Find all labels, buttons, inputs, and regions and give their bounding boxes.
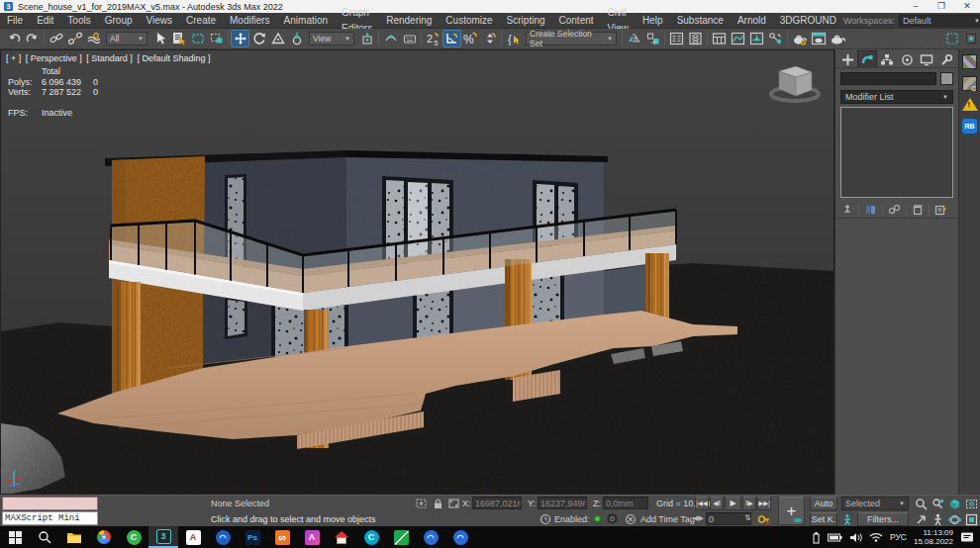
- menu-create[interactable]: Create: [179, 13, 223, 29]
- percent-snap-toggle-icon[interactable]: %: [461, 30, 480, 47]
- menu-customize[interactable]: Customize: [439, 13, 499, 29]
- render-setup-icon[interactable]: [790, 30, 809, 47]
- modify-tab[interactable]: [857, 50, 877, 68]
- previous-frame-button[interactable]: ◀‖: [710, 497, 724, 510]
- lock-selection-icon[interactable]: [433, 498, 443, 509]
- workspace-dropdown[interactable]: Default▼: [899, 15, 980, 27]
- menu-3dground[interactable]: 3DGROUND: [773, 13, 843, 29]
- speaker-icon[interactable]: [849, 532, 862, 543]
- frame-spinner[interactable]: ⇅: [744, 513, 751, 522]
- selection-filter-dropdown[interactable]: All▼: [106, 32, 147, 46]
- start-button[interactable]: [0, 526, 30, 548]
- set-keys-button[interactable]: +: [778, 497, 805, 525]
- align-icon[interactable]: [643, 30, 662, 47]
- keyframe-arrows-icon[interactable]: ◀▶: [693, 514, 704, 522]
- texture-thumbnail-c-icon[interactable]: [962, 76, 977, 91]
- show-end-result-icon[interactable]: [864, 204, 877, 216]
- menu-tools[interactable]: Tools: [60, 13, 97, 29]
- select-and-place-icon[interactable]: [287, 30, 306, 47]
- autocad-icon[interactable]: A: [178, 526, 208, 548]
- isolate-selection-toggle-icon[interactable]: [415, 498, 429, 509]
- perspective-viewport[interactable]: [ + ] [ Perspective ] [ Standard ] [ Def…: [0, 49, 834, 495]
- corona-icon[interactable]: A: [297, 526, 327, 548]
- select-and-move-icon[interactable]: [231, 30, 249, 47]
- search-button[interactable]: [30, 526, 59, 548]
- viewport-general-menu[interactable]: [ + ]: [6, 53, 21, 63]
- mirror-icon[interactable]: [625, 30, 643, 47]
- menu-views[interactable]: Views: [140, 13, 180, 29]
- menu-arnold[interactable]: Arnold: [731, 13, 773, 29]
- docked-toolbar-icon-2[interactable]: [961, 30, 980, 47]
- toggle-layer-explorer-icon[interactable]: [686, 30, 705, 47]
- add-time-tag-label[interactable]: Add Time Tag: [640, 514, 695, 524]
- reference-coordinate-system-dropdown[interactable]: View▼: [309, 32, 354, 46]
- named-selection-sets-dropdown[interactable]: Create Selection Set▼: [526, 32, 617, 46]
- go-to-end-button[interactable]: ▶▶|: [757, 497, 771, 510]
- camtasia-icon[interactable]: C: [119, 526, 148, 548]
- walkthrough-icon[interactable]: [841, 513, 854, 525]
- z-coordinate-field[interactable]: 0,0mm: [603, 497, 648, 509]
- notification-center-icon[interactable]: [960, 531, 974, 543]
- scene-3d-house-render[interactable]: [1, 50, 833, 494]
- 3ds-max-icon[interactable]: 3: [148, 526, 178, 548]
- undo-icon[interactable]: [4, 30, 23, 47]
- select-and-uniform-scale-icon[interactable]: [268, 30, 287, 47]
- viewport-style-menu[interactable]: [ Standard ]: [86, 53, 133, 63]
- maximize-viewport-toggle-icon[interactable]: [963, 511, 980, 527]
- nvidia-app-icon[interactable]: [386, 526, 416, 548]
- key-filter-icon[interactable]: [757, 513, 771, 525]
- next-frame-button[interactable]: ‖▶: [742, 497, 756, 510]
- railclone-badge-icon[interactable]: RB: [962, 119, 977, 134]
- menu-content[interactable]: Content: [552, 13, 601, 29]
- usb-icon[interactable]: [812, 531, 821, 544]
- create-tab[interactable]: [837, 50, 857, 68]
- maximize-button[interactable]: ❐: [929, 0, 954, 13]
- y-coordinate-field[interactable]: 16237,949mm: [538, 497, 587, 509]
- menu-group[interactable]: Group: [98, 13, 140, 29]
- dope-sheet-icon[interactable]: [747, 30, 766, 47]
- absolute-offset-mode-icon[interactable]: [447, 498, 460, 509]
- battery-icon[interactable]: [828, 533, 842, 542]
- menu-scripting[interactable]: Scripting: [500, 13, 552, 29]
- go-to-start-button[interactable]: |◀◀: [695, 497, 709, 510]
- photoshop-icon[interactable]: Ps: [238, 526, 267, 548]
- toggle-ribbon-icon[interactable]: [710, 30, 729, 47]
- maxscript-mini-listener-input[interactable]: [2, 497, 98, 510]
- slate-material-editor-icon[interactable]: [766, 30, 785, 47]
- angle-snap-toggle-icon[interactable]: [442, 30, 461, 47]
- zoom-icon[interactable]: [913, 496, 930, 511]
- object-name-field[interactable]: [840, 72, 936, 85]
- snaps-toggle-icon[interactable]: 25: [424, 30, 442, 47]
- time-configuration-icon[interactable]: [539, 513, 551, 525]
- redo-icon[interactable]: [23, 30, 42, 47]
- modifier-stack[interactable]: [840, 107, 953, 198]
- key-filter-dropdown[interactable]: Selected▼: [841, 497, 909, 510]
- object-color-swatch[interactable]: [940, 72, 953, 85]
- menu-edit[interactable]: Edit: [30, 13, 60, 29]
- archicad-3-icon[interactable]: ◠: [445, 526, 475, 548]
- maxscript-mini-label[interactable]: MAXScript Mini: [2, 511, 98, 525]
- x-coordinate-field[interactable]: 16987,021mm: [472, 497, 522, 509]
- cinema-icon[interactable]: C: [356, 526, 386, 548]
- chrome-icon[interactable]: [89, 526, 119, 548]
- modifier-list-dropdown[interactable]: Modifier List▼: [840, 90, 953, 104]
- make-unique-icon[interactable]: [888, 204, 901, 216]
- pin-stack-icon[interactable]: [841, 204, 853, 216]
- home-design-icon[interactable]: [327, 526, 356, 548]
- file-explorer-icon[interactable]: [59, 526, 89, 548]
- menu-modifiers[interactable]: Modifiers: [223, 13, 277, 29]
- configure-modifier-sets-icon[interactable]: [934, 204, 947, 216]
- rectangular-selection-region-icon[interactable]: [188, 30, 207, 47]
- select-object-icon[interactable]: [150, 30, 169, 47]
- menu-rendering[interactable]: Rendering: [379, 13, 439, 29]
- substance-icon[interactable]: ᔕ: [267, 526, 297, 548]
- enabled-zero-button[interactable]: 0: [606, 512, 619, 525]
- use-pivot-point-center-icon[interactable]: [357, 30, 376, 47]
- language-indicator[interactable]: РУС: [890, 532, 907, 542]
- menu-help[interactable]: Help: [636, 13, 670, 29]
- warning-icon[interactable]: [962, 98, 978, 111]
- auto-key-button[interactable]: Auto: [810, 497, 837, 510]
- filters-button[interactable]: Filters...: [857, 512, 909, 526]
- render-production-icon[interactable]: [828, 30, 846, 47]
- select-and-manipulate-icon[interactable]: [381, 30, 400, 47]
